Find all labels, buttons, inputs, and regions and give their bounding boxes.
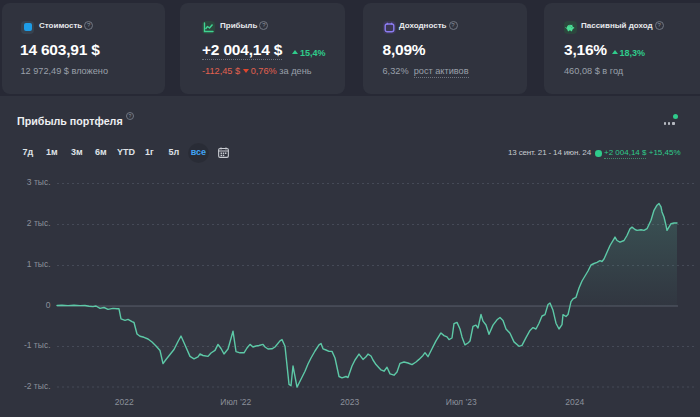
svg-text:2 тыс.: 2 тыс. xyxy=(27,218,51,228)
svg-text:2023: 2023 xyxy=(340,397,359,407)
svg-text:2024: 2024 xyxy=(565,397,584,407)
svg-text:3 тыс.: 3 тыс. xyxy=(27,177,51,187)
svg-text:-2 тыс.: -2 тыс. xyxy=(24,381,51,391)
svg-text:1 тыс.: 1 тыс. xyxy=(27,259,51,269)
svg-text:-1 тыс.: -1 тыс. xyxy=(24,340,51,350)
svg-text:2022: 2022 xyxy=(115,397,134,407)
svg-text:Июл ’22: Июл ’22 xyxy=(220,397,251,407)
svg-text:Июл ’23: Июл ’23 xyxy=(446,397,477,407)
svg-text:0: 0 xyxy=(46,300,51,310)
